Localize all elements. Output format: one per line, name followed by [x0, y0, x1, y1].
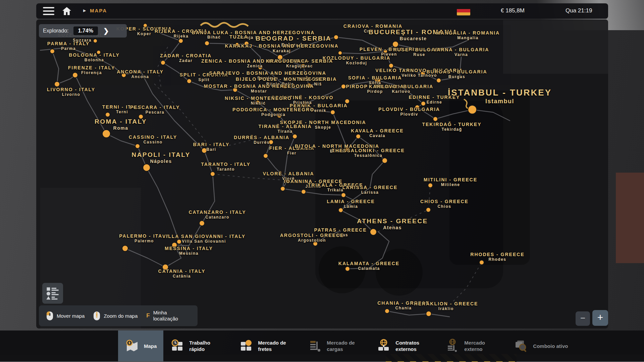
city-label[interactable]: LARISSA - GREECELarissa	[342, 185, 398, 195]
explored-value: 1.74%	[73, 26, 98, 35]
city-label[interactable]: CASSINO - ITALYCassino	[129, 134, 177, 144]
home-icon[interactable]	[62, 7, 71, 15]
city-label[interactable]: RHODES - GREECERhodes	[470, 252, 524, 262]
city-label[interactable]: MESSINA - ITALYMessina	[165, 246, 213, 256]
city-label[interactable]: MANGALIA - ROMANIAMangalia	[436, 30, 500, 40]
tab-mercado-de-fretes[interactable]: Mercado de fretes	[232, 330, 301, 361]
city-dot[interactable]	[199, 221, 205, 226]
tab-bar-spacer	[0, 330, 118, 361]
zoom-map-label: Zoom do mapa	[104, 313, 138, 319]
city-dot[interactable]	[382, 158, 387, 163]
legend-icon	[45, 286, 60, 301]
city-label[interactable]: ATHENS - GREECEAtenas	[357, 218, 428, 231]
explored-label: Explorado:	[43, 28, 69, 34]
city-dot[interactable]	[122, 245, 128, 251]
city-label[interactable]: TEKIRDAĞ - TURKEYTekirdağ	[422, 122, 481, 132]
datetime-display: Qua 21:19	[566, 7, 592, 14]
city-label[interactable]: MITILINI - GREECEMitilene	[424, 177, 477, 187]
external-contracts-globe-icon	[376, 339, 391, 353]
city-label[interactable]: KARAKAJ - BOSNIA AND HERZEGOVINAKarakaj	[225, 43, 338, 53]
city-label[interactable]: TARANTO - ITALYTaranto	[201, 162, 251, 172]
my-location-label: Minha localização	[153, 310, 190, 322]
map-legend-button[interactable]	[42, 283, 63, 304]
city-label[interactable]: CATANZARO - ITALYCatanzaro	[189, 209, 246, 220]
city-dot[interactable]	[468, 105, 477, 114]
city-dot[interactable]	[292, 134, 297, 139]
mouse-left-button-icon	[46, 311, 53, 321]
city-label[interactable]: VILLA SAN GIOVANNI - ITALYVilla San Giov…	[162, 234, 246, 244]
zoom-in-button[interactable]: +	[592, 310, 608, 326]
my-location-hint: F Minha localização	[146, 310, 190, 322]
tab-mercado-de-cargas[interactable]: Mercado de cargas	[301, 330, 370, 361]
city-dot[interactable]	[143, 164, 150, 171]
garage-red-door	[616, 173, 644, 263]
tab-label: Comboio ativo	[533, 343, 568, 349]
city-label[interactable]: KAVALA - GREECECavala	[351, 128, 404, 138]
city-label[interactable]: PARMA - ITALYParma	[47, 41, 90, 51]
city-label[interactable]: FIRENZE - ITALYFlorença	[68, 65, 115, 75]
explored-expand-button[interactable]: ❯	[103, 27, 109, 35]
city-label[interactable]: KARLOVO - BULGARIAKarlovo	[369, 84, 433, 94]
top-bar: ▶ MAPA € 185,8M Qua 21:19	[36, 3, 608, 19]
city-dot[interactable]	[54, 81, 60, 87]
city-dot[interactable]	[341, 84, 346, 89]
cargo-market-icon	[308, 339, 322, 353]
city-label[interactable]: ANCONA - ITALYAncona	[117, 69, 163, 79]
city-label[interactable]: PLOVDIV - BULGARIAPlovdiv	[378, 107, 440, 117]
city-label[interactable]: TUZLA	[229, 34, 248, 40]
tab-comboio-ativo[interactable]: Comboio ativo	[507, 330, 575, 361]
city-label[interactable]: ARGOSTOLI - GREECEArgostolion	[280, 233, 344, 243]
tab-label: Mercado de fretes	[258, 340, 294, 352]
city-label[interactable]: HERAKLION - GREECEIráklio	[414, 301, 478, 311]
city-label[interactable]: CHIOS - GREECEChios	[420, 199, 469, 209]
city-label[interactable]: NIKSIC - MONTENEGRONikšić	[225, 96, 292, 106]
zoom-out-button[interactable]: −	[576, 311, 590, 326]
city-label[interactable]: LAMIA - GREECELâmia	[327, 199, 375, 209]
city-dot[interactable]	[338, 51, 342, 55]
city-label[interactable]: BARI - ITALYBari	[193, 142, 230, 152]
menu-icon[interactable]	[43, 7, 54, 15]
tab-label: Mercado de cargas	[327, 340, 363, 352]
city-label[interactable]: THESSALONIKI - GREECETessalônica	[332, 148, 405, 158]
active-convoy-icon	[514, 339, 529, 353]
city-label[interactable]: LIVORNO - ITALYLivorno	[47, 87, 95, 97]
map-compass-icon	[125, 339, 140, 353]
city-label[interactable]: PALERMO - ITALYPalermo	[119, 233, 169, 243]
tab-mapa[interactable]: Mapa	[118, 330, 163, 361]
city-label[interactable]: KALAMATA - GREECECalamata	[338, 261, 399, 271]
city-label[interactable]: BURGAS - BULGARIABurgas	[427, 69, 487, 79]
city-label[interactable]: CATANIA - ITALYCatânia	[158, 268, 206, 279]
city-dot[interactable]	[334, 35, 338, 40]
city-label[interactable]: BOLOGNA - ITALYBolonha	[69, 52, 120, 62]
city-dot[interactable]	[263, 154, 268, 158]
bottom-tab-bar: Mapa Trabalho rápido Mercado de fretes	[0, 330, 644, 361]
city-dot[interactable]	[205, 41, 209, 46]
tab-label: Trabalho rápido	[189, 340, 225, 352]
travelled-route	[201, 23, 248, 27]
city-label[interactable]: VARNA - BULGARIAVarna	[433, 47, 489, 57]
tab-label: Contratos externos	[395, 340, 432, 352]
city-label[interactable]: PODGORICA - MONTENEGROPodgorica	[232, 107, 314, 117]
external-market-globe-icon	[445, 339, 460, 353]
city-dot[interactable]	[210, 172, 215, 176]
germany-flag-icon	[457, 6, 470, 15]
move-map-hint: Mover mapa	[46, 311, 85, 321]
city-label[interactable]: ROMA - ITALYRoma	[95, 118, 147, 131]
money-display: € 185,8M	[501, 7, 525, 14]
city-label[interactable]: TIRANË - ALBANIATirana	[258, 124, 312, 134]
city-dot[interactable]	[433, 117, 438, 121]
tab-mercado-externo[interactable]: Mercado externo	[438, 330, 507, 361]
city-label[interactable]: İSTANBUL - TURKEYIstambul	[448, 88, 552, 105]
map-canvas[interactable]: SUZZARA - ITALYSuzzaraPARMA - ITALYParma…	[36, 19, 608, 328]
city-label[interactable]: MOSTAR - BOSNIA AND HERZEGOVINAMostar	[204, 83, 314, 94]
city-label[interactable]: Bihać	[207, 35, 221, 40]
city-dot[interactable]	[178, 39, 183, 43]
tab-contratos-externos[interactable]: Contratos externos	[370, 330, 438, 361]
city-label[interactable]: KRAGUJEVAC - SERBIAKragujevac	[266, 58, 333, 68]
city-label[interactable]: PESCARA - ITALYPescara	[130, 105, 180, 115]
city-dot[interactable]	[426, 311, 431, 316]
city-label[interactable]: DURRËS - ALBANIADurrës	[234, 135, 289, 145]
city-label[interactable]: NAPOLI - ITALYNápoles	[131, 151, 190, 164]
tab-trabalho-rapido[interactable]: Trabalho rápido	[163, 330, 232, 361]
city-dot[interactable]	[301, 189, 306, 194]
